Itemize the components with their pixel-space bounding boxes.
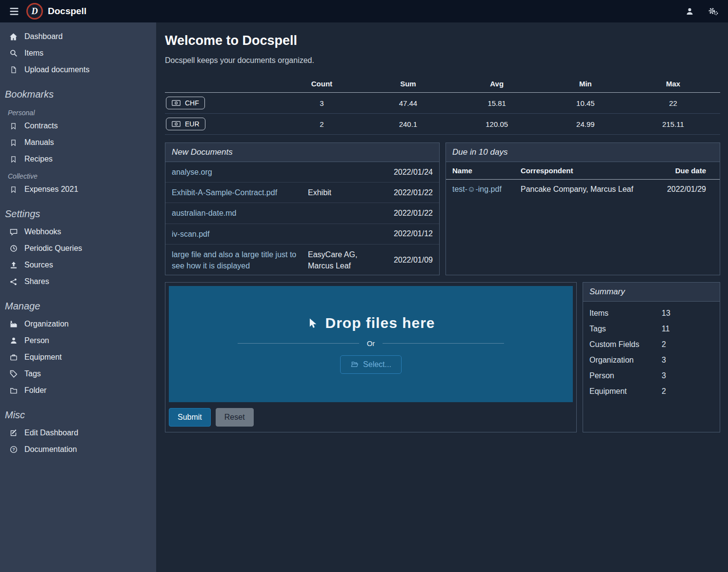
currency-badge-eur[interactable]: EUR bbox=[166, 118, 205, 130]
sidebar-item-shares[interactable]: Shares bbox=[0, 273, 156, 290]
stat-value: 3 bbox=[276, 93, 368, 114]
summary-value: 3 bbox=[662, 356, 666, 365]
sidebar-item-person[interactable]: Person bbox=[0, 332, 156, 349]
select-files-label: Select... bbox=[363, 360, 391, 369]
gears-icon bbox=[708, 7, 718, 16]
document-link[interactable]: analyse.org bbox=[172, 166, 303, 178]
comment-icon bbox=[9, 228, 18, 236]
sidebar-item-sources[interactable]: Sources bbox=[0, 257, 156, 273]
due-correspondent: Pancake Company, Marcus Leaf bbox=[514, 180, 656, 200]
sidebar-item-label: Edit Dashboard bbox=[24, 429, 78, 437]
sidebar-item-webhooks[interactable]: Webhooks bbox=[0, 224, 156, 240]
sidebar-item-items[interactable]: Items bbox=[0, 45, 156, 61]
document-date: 2022/01/24 bbox=[387, 168, 433, 177]
file-dropzone[interactable]: Drop files here Or Select... bbox=[169, 286, 573, 402]
document-row[interactable]: large file and also a large title just t… bbox=[165, 245, 439, 276]
stats-row-chf: CHF 3 47.44 15.81 10.45 22 bbox=[165, 93, 720, 114]
due-header-row: Name Correspondent Due date bbox=[446, 162, 720, 180]
document-link[interactable]: australian-date.md bbox=[172, 207, 303, 219]
summary-row-organization: Organization 3 bbox=[583, 352, 720, 368]
settings-menu-button[interactable] bbox=[706, 5, 720, 18]
sidebar-item-label: Sources bbox=[24, 261, 53, 269]
stat-value: 2 bbox=[276, 114, 368, 135]
sidebar-subheading-collective: Collective bbox=[0, 167, 156, 181]
stats-table: Count Sum Avg Min Max CHF 3 47. bbox=[165, 76, 720, 135]
submit-button[interactable]: Submit bbox=[169, 408, 211, 427]
sidebar-item-expenses-2021[interactable]: Expenses 2021 bbox=[0, 181, 156, 198]
sidebar-item-tags[interactable]: Tags bbox=[0, 366, 156, 382]
sidebar-item-equipment[interactable]: Equipment bbox=[0, 349, 156, 366]
person-icon bbox=[9, 337, 18, 345]
bookmark-icon bbox=[9, 156, 18, 163]
document-row[interactable]: iv-scan.pdf 2022/01/12 bbox=[165, 224, 439, 245]
sidebar-item-recipes[interactable]: Recipes bbox=[0, 151, 156, 167]
summary-row-person: Person 3 bbox=[583, 368, 720, 384]
document-link[interactable]: Exhibit-A-Sample-Contract.pdf bbox=[172, 187, 303, 198]
sidebar-item-label: Recipes bbox=[24, 155, 53, 163]
page-subtitle: Docspell keeps your documents organized. bbox=[165, 56, 720, 65]
summary-label: Person bbox=[589, 371, 662, 380]
due-document-link[interactable]: test-☺-ing.pdf bbox=[446, 180, 514, 200]
summary-label: Equipment bbox=[589, 387, 662, 396]
stat-value: 215.11 bbox=[626, 114, 720, 135]
drop-title: Drop files here bbox=[306, 315, 435, 331]
sidebar-item-folder[interactable]: Folder bbox=[0, 382, 156, 399]
document-meta: EasyCare AG, Marcus Leaf bbox=[308, 249, 382, 271]
summary-row-equipment: Equipment 2 bbox=[583, 384, 720, 399]
stats-col-min: Min bbox=[545, 76, 626, 93]
sidebar-item-dashboard[interactable]: Dashboard bbox=[0, 28, 156, 45]
summary-value: 3 bbox=[662, 371, 666, 380]
document-row[interactable]: analyse.org 2022/01/24 bbox=[165, 162, 439, 183]
sidebar-item-upload-documents[interactable]: Upload documents bbox=[0, 61, 156, 78]
file-icon bbox=[9, 66, 18, 74]
document-date: 2022/01/12 bbox=[387, 229, 433, 238]
app-logo[interactable]: D Docspell bbox=[26, 3, 86, 20]
tags-icon bbox=[9, 370, 18, 378]
question-icon: ? bbox=[9, 446, 18, 453]
currency-label: CHF bbox=[185, 99, 199, 107]
bookmark-icon bbox=[9, 186, 18, 193]
reset-button[interactable]: Reset bbox=[216, 408, 254, 427]
new-documents-panel: New Documents analyse.org 2022/01/24 Exh… bbox=[165, 143, 440, 275]
sidebar-item-documentation[interactable]: ? Documentation bbox=[0, 441, 156, 458]
sidebar-item-edit-dashboard[interactable]: Edit Dashboard bbox=[0, 425, 156, 441]
document-date: 2022/01/09 bbox=[387, 256, 433, 265]
pointer-icon bbox=[306, 317, 317, 329]
stats-col-count: Count bbox=[276, 76, 368, 93]
summary-value: 13 bbox=[662, 309, 670, 318]
sidebar-item-contracts[interactable]: Contracts bbox=[0, 118, 156, 134]
stats-col-currency bbox=[165, 76, 276, 93]
summary-row-items: Items 13 bbox=[583, 306, 720, 321]
new-documents-title: New Documents bbox=[165, 143, 439, 162]
sidebar-item-label: Upload documents bbox=[24, 65, 89, 74]
document-row[interactable]: australian-date.md 2022/01/22 bbox=[165, 203, 439, 224]
sidebar-item-label: Webhooks bbox=[24, 227, 61, 236]
document-link[interactable]: iv-scan.pdf bbox=[172, 228, 303, 240]
sidebar-item-organization[interactable]: Organization bbox=[0, 316, 156, 332]
summary-row-custom-fields: Custom Fields 2 bbox=[583, 337, 720, 352]
document-row[interactable]: Exhibit-A-Sample-Contract.pdf Exhibit 20… bbox=[165, 183, 439, 203]
currency-badge-chf[interactable]: CHF bbox=[166, 97, 205, 109]
stat-value: 120.05 bbox=[449, 114, 545, 135]
menu-button[interactable] bbox=[8, 6, 20, 17]
due-col-date: Due date bbox=[656, 162, 720, 180]
due-row[interactable]: test-☺-ing.pdf Pancake Company, Marcus L… bbox=[446, 180, 720, 200]
summary-label: Items bbox=[589, 309, 662, 318]
upload-panel: Drop files here Or Select... bbox=[165, 282, 577, 432]
user-menu-button[interactable] bbox=[684, 5, 696, 18]
sidebar-item-manuals[interactable]: Manuals bbox=[0, 134, 156, 151]
sidebar-item-periodic-queries[interactable]: Periodic Queries bbox=[0, 240, 156, 257]
sidebar-heading-settings: Settings bbox=[0, 198, 156, 224]
select-files-button[interactable]: Select... bbox=[340, 355, 402, 374]
document-link[interactable]: large file and also a large title just t… bbox=[172, 249, 303, 271]
summary-panel: Summary Items 13 Tags 11 Custom Fields 2 bbox=[583, 282, 720, 432]
due-panel-title: Due in 10 days bbox=[446, 143, 720, 162]
history-icon bbox=[9, 245, 18, 252]
folder-icon bbox=[9, 387, 18, 394]
stat-value: 10.45 bbox=[545, 93, 626, 114]
due-date: 2022/01/29 bbox=[656, 180, 720, 200]
topbar: D Docspell bbox=[0, 0, 728, 22]
due-panel: Due in 10 days Name Correspondent Due da… bbox=[445, 143, 720, 275]
stat-value: 24.99 bbox=[545, 114, 626, 135]
user-icon bbox=[686, 7, 694, 16]
